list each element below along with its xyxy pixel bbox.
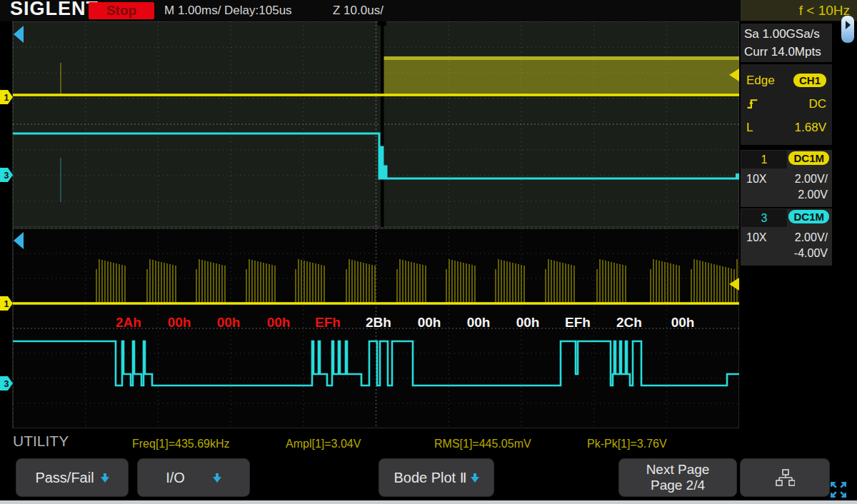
decode-value: 00h <box>418 315 441 330</box>
channel-marker: 3 <box>4 171 9 181</box>
decode-value: 2Bh <box>366 315 391 330</box>
decode-value: EFh <box>315 315 341 330</box>
channel-1-scale: 2.00V/ <box>795 173 828 186</box>
menu-handle[interactable] <box>841 16 854 43</box>
channel-marker: 1 <box>4 93 9 103</box>
channel-1-coupling-badge: DC1M <box>788 151 829 165</box>
memory-depth: Curr 14.0Mpts <box>744 43 832 61</box>
measurement-freq: Freq[1]=435.69kHz <box>132 438 230 450</box>
zoom-timebase-readout: Z 10.0us/ <box>333 4 384 18</box>
sample-rate: Sa 1.00GSa/s <box>744 25 832 43</box>
oscilloscope-screen: SIGLENT Stop M 1.00ms/ Delay:105us Z 10.… <box>0 0 857 504</box>
decode-value: 00h <box>467 315 491 330</box>
dropdown-arrow-icon <box>471 473 479 483</box>
network-icon <box>776 469 795 487</box>
pass-fail-label: Pass/Fail <box>35 470 94 486</box>
acquisition-info-box: Sa 1.00GSa/s Curr 14.0Mpts <box>741 24 832 62</box>
rising-edge-icon <box>746 98 759 110</box>
decode-value: 00h <box>267 315 291 330</box>
dropdown-arrow-icon <box>101 473 109 483</box>
chevron-right-icon <box>846 21 851 29</box>
pass-fail-button[interactable]: Pass/Fail <box>16 458 129 497</box>
trigger-source-badge: CH1 <box>793 74 826 87</box>
next-page-label: Next Page <box>646 462 710 478</box>
trigger-frequency-readout: f < 10Hz <box>741 0 857 21</box>
channel-1-probe: 10X <box>746 173 766 186</box>
expand-fullscreen-icon[interactable] <box>828 480 848 500</box>
trigger-level-value: 1.68V <box>795 121 826 135</box>
decode-value: 00h <box>516 315 540 330</box>
decode-value: 2Ah <box>116 315 141 330</box>
next-page-button[interactable]: Next Page Page 2/4 <box>618 458 737 497</box>
measurement-ampl: Ampl[1]=3.04V <box>286 438 361 450</box>
channel-1-number: 1 <box>741 151 787 168</box>
channel-3-scale: 2.00V/ <box>795 231 828 244</box>
top-status-bar: SIGLENT Stop M 1.00ms/ Delay:105us Z 10.… <box>0 0 857 21</box>
channel-1-info-box[interactable]: 1 DC1M 10X 2.00V/ 2.00V <box>741 150 832 207</box>
channel-3-offset: -4.00V <box>794 247 828 260</box>
measurement-pkpk: Pk-Pk[1]=3.76V <box>587 438 667 450</box>
run-state-badge: Stop <box>89 2 154 19</box>
decode-value: 00h <box>168 315 191 330</box>
decode-value: EFh <box>565 315 591 330</box>
screen-bottom-edge <box>0 500 857 504</box>
channel-marker: 1 <box>4 299 9 309</box>
bode-plot-label: Bode Plot Ⅱ <box>394 469 466 486</box>
timebase-readout: M 1.00ms/ Delay:105us <box>164 4 292 18</box>
channel-3-info-box[interactable]: 3 DC1M 10X 2.00V/ -4.00V <box>741 208 832 266</box>
waveform-display: 13132Ah00h00h00hEFh2Bh00h00h00hEFh2Ch00h <box>0 21 739 428</box>
decode-value: 00h <box>217 315 241 330</box>
page-indicator: Page 2/4 <box>651 478 705 493</box>
bode-plot-button[interactable]: Bode Plot Ⅱ <box>379 458 494 497</box>
trigger-info-box[interactable]: Edge CH1 DC L 1.68V <box>741 64 832 145</box>
channel-marker: 3 <box>4 379 9 389</box>
decode-value: 2Ch <box>616 315 642 330</box>
brand-logo: SIGLENT <box>10 0 99 20</box>
io-button[interactable]: I/O <box>137 458 250 497</box>
measurement-rms: RMS[1]=445.05mV <box>434 438 531 450</box>
channel-3-probe: 10X <box>746 231 766 244</box>
dropdown-arrow-icon <box>213 473 221 483</box>
lan-status-button[interactable] <box>740 458 830 497</box>
trigger-mode: Edge <box>746 74 775 88</box>
active-menu-title: UTILITY <box>13 433 69 450</box>
trigger-level-prefix: L <box>746 121 753 135</box>
decode-value: 00h <box>671 315 695 330</box>
channel-1-offset: 2.00V <box>798 188 828 201</box>
trigger-coupling: DC <box>808 97 826 111</box>
channel-3-number: 3 <box>741 209 787 227</box>
io-label: I/O <box>166 470 185 486</box>
channel-3-coupling-badge: DC1M <box>788 210 829 223</box>
